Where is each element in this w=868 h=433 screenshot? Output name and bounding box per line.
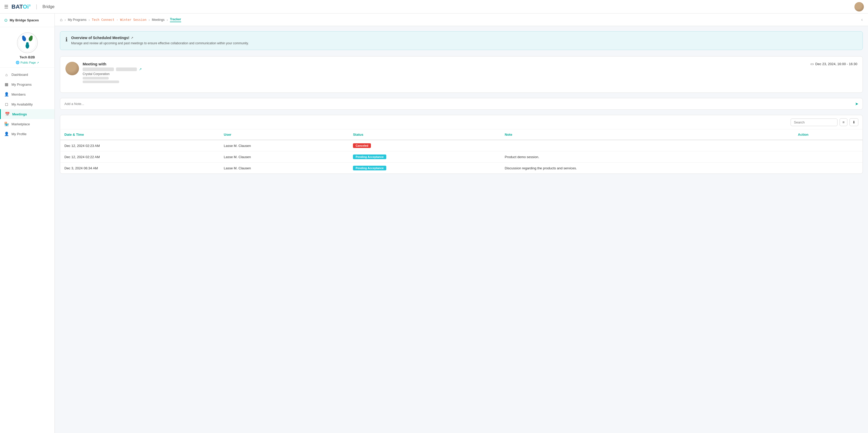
info-title: Overview of Scheduled Meetings! ↗	[71, 36, 249, 40]
breadcrumb: ⌂ › My Programs › Tech Connect - Winter …	[55, 13, 868, 26]
note-input[interactable]	[64, 102, 855, 106]
user-avatar[interactable]	[855, 2, 864, 11]
availability-icon: ◻	[4, 102, 9, 106]
panel-toggle-button[interactable]: ‹	[861, 17, 863, 23]
my-profile-icon: 👤	[4, 132, 9, 136]
cell-datetime: Dec 12, 2024 02:23 AM	[60, 140, 220, 152]
svg-point-2	[22, 36, 25, 38]
cell-status: Pending Acceptance	[349, 152, 500, 163]
cell-user: Lasse M. Clausen	[220, 140, 349, 152]
logo-bat: BATOi®	[11, 3, 31, 10]
table-row: Dec 3, 2024 06:34 AM Lasse M. Clausen Pe…	[60, 163, 863, 174]
marketplace-icon: 🏪	[4, 122, 9, 126]
cell-note: Product demo session.	[500, 152, 794, 163]
sidebar-item-label: Members	[11, 93, 26, 96]
sidebar-item-meetings[interactable]: 📅 Meetings	[0, 109, 55, 119]
table-header-row: Date & Time User Status Note Action	[60, 130, 863, 140]
meeting-info: Meeting with ↗ Crystal Corporation	[83, 62, 807, 83]
logo-bridge: Bridge	[42, 4, 55, 9]
info-content: Overview of Scheduled Meetings! ↗ Manage…	[71, 36, 249, 45]
status-badge: Canceled	[353, 143, 371, 148]
bc-meetings-label: Meetings	[152, 18, 165, 22]
public-page-link[interactable]: 🌐 Public Page ↗	[16, 61, 39, 64]
list-icon: ≡	[842, 120, 844, 124]
search-input-wrap	[790, 119, 837, 126]
table-row: Dec 12, 2024 02:22 AM Lasse M. Clausen P…	[60, 152, 863, 163]
logo-divider: |	[36, 4, 37, 10]
logo: BATOi® | Bridge	[11, 3, 55, 10]
sidebar-item-my-programs[interactable]: ▦ My Programs	[0, 79, 55, 89]
meeting-datetime: ▭ Dec 23, 2024, 16:00 - 16:30	[810, 62, 857, 66]
svg-point-6	[26, 42, 29, 45]
table-section: ≡ ⬇ Date & Time User Status Note Action	[60, 115, 863, 174]
sidebar-header-text: My Bridge Spaces	[10, 18, 39, 22]
cell-note: Discussion regarding the products and se…	[500, 163, 794, 174]
cell-user: Lasse M. Clausen	[220, 152, 349, 163]
org-name: Tech B2B	[20, 55, 35, 59]
org-section: Tech B2B 🌐 Public Page ↗	[0, 27, 55, 68]
info-desc: Manage and review all upcoming and past …	[71, 41, 249, 45]
bc-my-programs-label: My Programs	[68, 18, 86, 22]
home-icon: ⌂	[60, 18, 63, 22]
col-action: Action	[794, 130, 863, 140]
sidebar-item-my-availability[interactable]: ◻ My Availability	[0, 99, 55, 109]
sidebar-item-label: Meetings	[12, 112, 27, 116]
table-body: Dec 12, 2024 02:23 AM Lasse M. Clausen C…	[60, 140, 863, 173]
sidebar-item-dashboard[interactable]: ⌂ Dashboard	[0, 70, 55, 79]
breadcrumb-home[interactable]: ⌂	[60, 18, 63, 22]
members-icon: 👤	[4, 92, 9, 97]
meeting-name-row: ↗	[83, 67, 807, 71]
status-badge: Pending Acceptance	[353, 166, 386, 170]
info-title-text: Overview of Scheduled Meetings!	[71, 36, 129, 40]
meeting-datetime-text: Dec 23, 2024, 16:00 - 16:30	[815, 62, 857, 66]
breadcrumb-program[interactable]: Tech Connect - Winter Session	[92, 18, 147, 22]
meetings-icon: 📅	[5, 112, 10, 116]
meeting-phone-blurred	[83, 80, 119, 83]
table-row: Dec 12, 2024 02:23 AM Lasse M. Clausen C…	[60, 140, 863, 152]
sidebar-item-my-profile[interactable]: 👤 My Profile	[0, 129, 55, 139]
info-banner: ℹ Overview of Scheduled Meetings! ↗ Mana…	[60, 31, 863, 50]
bc-tracker-label: Tracker	[170, 18, 181, 21]
meeting-top: Meeting with ↗ Crystal Corporation ▭ Dec…	[65, 62, 857, 83]
top-nav: ☰ BATOi® | Bridge	[0, 0, 868, 13]
sidebar-item-members[interactable]: 👤 Members	[0, 89, 55, 99]
cell-action	[794, 163, 863, 174]
table-toolbar: ≡ ⬇	[60, 115, 863, 130]
cell-user: Lasse M. Clausen	[220, 163, 349, 174]
dashboard-icon: ⌂	[4, 72, 9, 77]
sidebar-header[interactable]: ⊙ My Bridge Spaces	[0, 13, 55, 27]
org-logo	[17, 32, 38, 53]
my-programs-icon: ▦	[4, 82, 9, 87]
search-input[interactable]	[794, 120, 834, 124]
col-status: Status	[349, 130, 500, 140]
table-head: Date & Time User Status Note Action	[60, 130, 863, 140]
external-link-icon: ↗	[37, 61, 39, 64]
sidebar-item-label: Dashboard	[11, 73, 28, 76]
download-icon: ⬇	[852, 120, 856, 124]
meeting-name-blurred2	[116, 67, 137, 71]
org-logo-svg	[18, 34, 36, 52]
hamburger-menu[interactable]: ☰	[4, 4, 8, 10]
bc-sep-3: ›	[149, 18, 150, 22]
data-table: Date & Time User Status Note Action Dec …	[60, 130, 863, 173]
bridge-spaces-icon: ⊙	[4, 18, 7, 23]
meeting-external-link[interactable]: ↗	[139, 67, 142, 71]
calendar-icon: ▭	[810, 62, 814, 66]
sidebar-item-marketplace[interactable]: 🏪 Marketplace	[0, 119, 55, 129]
send-icon[interactable]: ➤	[855, 101, 858, 106]
layout: ⊙ My Bridge Spaces Tech B2B	[0, 13, 868, 433]
list-view-button[interactable]: ≡	[840, 118, 847, 126]
bc-sep-1: ›	[65, 18, 66, 22]
bc-sep-4: ›	[166, 18, 168, 22]
sidebar-item-label: Marketplace	[11, 122, 30, 126]
meeting-name-blurred	[83, 67, 114, 71]
cell-action	[794, 152, 863, 163]
breadcrumb-meetings[interactable]: Meetings	[152, 18, 165, 22]
breadcrumb-my-programs[interactable]: My Programs	[68, 18, 86, 22]
globe-icon: 🌐	[16, 61, 20, 64]
download-button[interactable]: ⬇	[849, 118, 858, 126]
cell-note	[500, 140, 794, 152]
status-badge: Pending Acceptance	[353, 155, 386, 159]
meeting-email-blurred	[83, 77, 109, 79]
breadcrumb-tracker[interactable]: Tracker	[170, 18, 181, 22]
